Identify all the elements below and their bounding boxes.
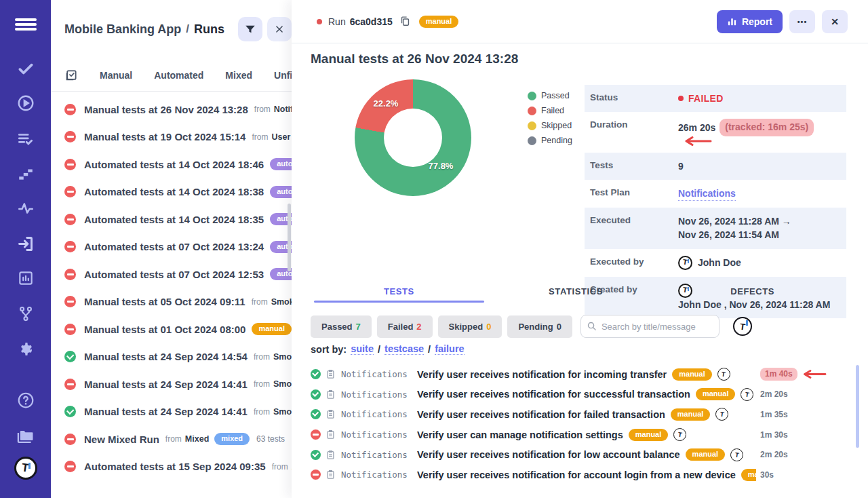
run-list-item[interactable]: Manual tests at 24 Sep 2024 14:54fromSmo… [51,343,292,371]
breadcrumb-project[interactable]: Mobile Banking App [64,22,181,37]
run-detail-panel: Run 6ca0d315 manual Report ••• ✕ Manual … [292,0,868,498]
select-all-icon[interactable] [64,69,78,82]
tab-tests[interactable]: TESTS [311,286,488,303]
run-list-item[interactable]: Automated tests at 14 Oct 2024 18:46auto… [51,151,292,178]
passed-icon [311,369,321,379]
legend-label: Failed [541,106,564,115]
close-detail-button[interactable]: ✕ [822,10,848,33]
chip-count: 7 [356,322,361,332]
run-title: Manual tests at 05 Oct 2024 09:11 [84,296,245,307]
activity-icon[interactable] [0,199,51,217]
test-title[interactable]: Verify user receives notification for su… [417,389,690,400]
search-input[interactable] [580,315,719,338]
run-list-item[interactable]: Manual tests at 24 Sep 2024 14:41fromSmo… [51,370,292,398]
failed-icon [64,214,76,225]
test-row[interactable]: Notifications Verify user receives notif… [292,385,868,405]
sort-by-failure[interactable]: failure [435,343,465,355]
avatar: T [678,256,692,270]
breadcrumb-page: Runs [194,22,224,37]
filter-button[interactable] [238,17,262,41]
suite-name[interactable]: Notifications [341,470,417,480]
folders-icon[interactable] [0,426,51,445]
suite-name[interactable]: Notifications [341,369,417,379]
close-filter-button[interactable] [267,17,292,41]
assignee-filter-button[interactable]: T [733,317,752,336]
run-source: User Authentication [271,132,292,142]
from-label: from [254,104,271,114]
runs-type-tabs: Manual Automated Mixed Unfinished [64,65,292,85]
summary-row-plan: Test Plan Notifications [585,180,846,208]
run-list-item[interactable]: Manual tests at 26 Nov 2024 13:28fromNot… [51,96,292,123]
test-row[interactable]: Notifications Verify user receives notif… [292,465,868,485]
test-badge: manual [672,368,712,381]
tab-statistics[interactable]: STATISTICS [488,286,665,303]
test-row[interactable]: Notifications Verify user receives notif… [292,404,868,425]
test-title[interactable]: Verify user receives notification for lo… [417,449,680,460]
report-button[interactable]: Report [717,10,783,33]
test-badge: manual [671,408,711,421]
tab-unfinished[interactable]: Unfinished [274,70,292,81]
status-value: FAILED [688,92,724,105]
test-plan-link[interactable]: Notifications [678,187,736,201]
suite-name[interactable]: Notifications [341,450,417,460]
run-list-item[interactable]: Manual tests at 05 Oct 2024 09:11fromSmo… [51,288,292,316]
run-title: Manual tests at 19 Oct 2024 15:14 [84,131,245,142]
play-circle-icon[interactable] [0,94,51,112]
failed-dot [528,107,536,115]
gear-icon[interactable] [0,340,51,358]
test-title[interactable]: Verify user receives notification for ac… [417,470,736,480]
annotation-arrow-icon [802,370,827,379]
test-row[interactable]: Notifications Verify user receives notif… [292,444,868,465]
bar-chart-icon[interactable] [0,269,51,287]
test-row[interactable]: Notifications Verify user can manage not… [292,425,868,445]
list-check-icon[interactable] [0,130,51,148]
scrollbar[interactable] [288,204,291,271]
copy-icon[interactable] [399,16,411,27]
run-list-item[interactable]: New Mixed RunfromMixedmixed63 tests [51,425,292,453]
run-list-item[interactable]: Automated tests at 07 Oct 2024 13:24auto… [51,233,292,261]
filter-skipped[interactable]: Skipped0 [438,315,502,338]
tab-defects[interactable]: DEFECTS [664,286,841,303]
sort-by-testcase[interactable]: testcase [384,343,424,355]
run-list-item[interactable]: Manual tests at 19 Oct 2024 15:14fromUse… [51,123,292,151]
tab-automated[interactable]: Automated [154,70,203,81]
test-row[interactable]: Notifications Verify user receives notif… [292,364,868,385]
sort-by-suite[interactable]: suite [351,343,374,355]
test-title[interactable]: Verify user receives notification for in… [417,369,667,380]
sign-in-icon[interactable] [0,235,51,253]
filter-passed[interactable]: Passed7 [311,315,372,338]
run-title: Automated tests at 14 Oct 2024 18:35 [84,214,264,225]
run-list-item[interactable]: Automated tests at 14 Oct 2024 18:35auto… [51,206,292,233]
run-list-item[interactable]: Manual tests at 24 Sep 2024 14:41fromSmo… [51,398,292,426]
passed-dot [528,92,536,100]
check-icon[interactable] [0,60,51,77]
test-title[interactable]: Verify user receives notification for fa… [417,409,665,420]
test-title[interactable]: Verify user can manage notification sett… [417,429,623,440]
filter-failed[interactable]: Failed2 [377,315,433,338]
testomat-logo[interactable]: T [0,457,51,480]
donut-hole [384,109,442,167]
tab-mixed[interactable]: Mixed [225,70,252,81]
run-list-item[interactable]: Automated tests at 15 Sep 2024 09:35from… [51,453,292,481]
results-chart-area: 22.2% 77.8% Passed Failed Skipped Pendin… [292,73,868,278]
scrollbar[interactable] [856,365,859,448]
suite-name[interactable]: Notifications [341,429,417,440]
tracked-duration: (tracked: 16m 25s) [719,119,814,136]
passed-icon [64,406,76,417]
suite-name[interactable]: Notifications [341,409,417,419]
from-label: from [254,379,270,389]
run-list-item[interactable]: Manual tests at 01 Oct 2024 08:00manual7… [51,315,292,343]
help-icon[interactable] [0,391,51,409]
failed-icon [64,159,76,170]
steps-icon[interactable] [0,165,51,183]
filter-pending[interactable]: Pending0 [507,315,572,338]
run-list-item[interactable]: Automated tests at 14 Oct 2024 18:38auto… [51,178,292,206]
pending-dot [528,136,536,145]
tab-manual[interactable]: Manual [100,70,132,81]
branch-icon[interactable] [0,305,51,322]
more-button[interactable]: ••• [789,10,815,33]
run-title: Automated tests at 14 Oct 2024 18:38 [84,186,264,197]
suite-name[interactable]: Notifications [341,389,417,400]
run-list-item[interactable]: Automated tests at 07 Oct 2024 12:53auto… [51,261,292,288]
menu-icon[interactable] [0,16,51,33]
